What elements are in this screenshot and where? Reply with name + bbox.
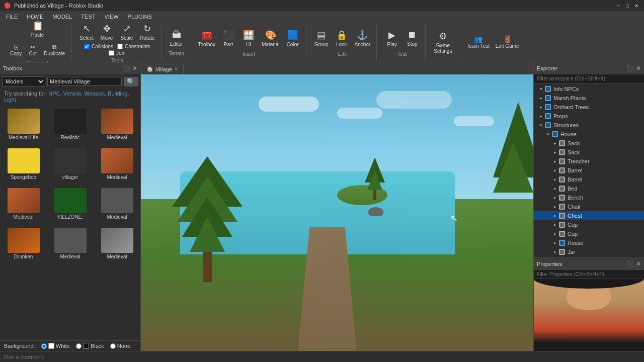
tree-arrow-4[interactable]: ▾ bbox=[538, 123, 544, 128]
menu-view[interactable]: VIEW bbox=[100, 13, 122, 21]
rotate-button[interactable]: ↻ Rotate bbox=[138, 21, 156, 43]
toolbox-item-5[interactable]: Medieval bbox=[96, 146, 138, 182]
toolbox-item-6[interactable]: Medieval bbox=[2, 186, 45, 222]
exit-game-button[interactable]: 🚪 Exit Game bbox=[494, 33, 521, 51]
tree-item-16[interactable]: ▸ Cup bbox=[534, 229, 644, 238]
close-button[interactable]: ✕ bbox=[633, 2, 640, 9]
tree-arrow-1[interactable]: ▸ bbox=[538, 96, 544, 101]
explorer-expand-icon[interactable]: ⬛ bbox=[626, 65, 634, 72]
properties-expand-icon[interactable]: ⬛ bbox=[626, 260, 634, 267]
tree-item-13[interactable]: ▸ Chair bbox=[534, 202, 644, 211]
suggest-building[interactable]: Building bbox=[108, 90, 127, 97]
minimize-button[interactable]: ─ bbox=[615, 2, 622, 9]
tree-arrow-15[interactable]: ▸ bbox=[552, 222, 558, 227]
tree-item-15[interactable]: ▸ Cup bbox=[534, 220, 644, 229]
tree-arrow-16[interactable]: ▸ bbox=[552, 231, 558, 236]
tree-arrow-2[interactable]: ▸ bbox=[538, 105, 544, 110]
command-input[interactable] bbox=[4, 354, 640, 360]
village-tab-close[interactable]: ✕ bbox=[174, 66, 178, 72]
tree-item-7[interactable]: ▸ Sack bbox=[534, 148, 644, 157]
tree-arrow-11[interactable]: ▸ bbox=[552, 186, 558, 191]
toolbox-button[interactable]: 🧰 Toolbox bbox=[196, 28, 217, 49]
tree-arrow-5[interactable]: ▾ bbox=[545, 132, 551, 137]
tree-arrow-3[interactable]: ▸ bbox=[538, 114, 544, 119]
select-button[interactable]: ↖ Select bbox=[77, 21, 96, 43]
toolbox-item-10[interactable]: Medieval bbox=[49, 226, 92, 261]
toolbox-item-3[interactable]: Spongebob bbox=[2, 146, 45, 182]
tree-arrow-10[interactable]: ▸ bbox=[552, 177, 558, 182]
menu-model[interactable]: MODEL bbox=[48, 13, 76, 21]
tree-item-17[interactable]: ▸ House bbox=[534, 238, 644, 247]
tree-item-6[interactable]: ▸ Sack bbox=[534, 139, 644, 148]
play-button[interactable]: ▶ Play bbox=[383, 28, 401, 49]
game-settings-button[interactable]: ⚙ Game Settings bbox=[432, 29, 454, 56]
toolbox-item-9[interactable]: Drunken bbox=[2, 226, 45, 261]
maximize-button[interactable]: □ bbox=[624, 2, 631, 9]
bg-black-option[interactable]: Black bbox=[76, 343, 104, 349]
tree-arrow-18[interactable]: ▸ bbox=[552, 249, 558, 254]
anchor-button[interactable]: ⚓ Anchor bbox=[353, 28, 373, 49]
toolbox-item-11[interactable]: Medieval bbox=[96, 226, 138, 261]
toolbox-item-4[interactable]: villager bbox=[49, 146, 92, 182]
tree-arrow-7[interactable]: ▸ bbox=[552, 150, 558, 155]
bg-none-option[interactable]: None bbox=[110, 343, 130, 349]
village-tab[interactable]: 🏠 Village ✕ bbox=[141, 64, 184, 74]
tree-arrow-17[interactable]: ▸ bbox=[552, 240, 558, 245]
collisions-checkbox[interactable]: Collisions bbox=[84, 44, 113, 49]
lock-button[interactable]: 🔒 Lock bbox=[333, 28, 351, 49]
duplicate-button[interactable]: ⧉ Duplicate bbox=[42, 42, 67, 58]
tree-arrow-6[interactable]: ▸ bbox=[552, 141, 558, 146]
toolbox-item-2[interactable]: Medieval bbox=[96, 107, 138, 142]
cut-button[interactable]: ✂ Cut bbox=[26, 42, 40, 58]
material-button[interactable]: 🎨 Material bbox=[260, 28, 282, 49]
bg-white-option[interactable]: White bbox=[41, 343, 70, 349]
tree-item-2[interactable]: ▸ Orchard Trees bbox=[534, 103, 644, 112]
tree-item-5[interactable]: ▾ House bbox=[534, 130, 644, 139]
tree-arrow-8[interactable]: ▸ bbox=[552, 159, 558, 164]
properties-close-button[interactable]: ✕ bbox=[636, 260, 641, 267]
toolbox-item-0[interactable]: Medieval Life bbox=[2, 107, 45, 142]
toolbox-item-8[interactable]: Medieval bbox=[96, 186, 138, 222]
tree-item-1[interactable]: ▸ Marsh Plants bbox=[534, 94, 644, 103]
tree-item-4[interactable]: ▾ Structures bbox=[534, 121, 644, 130]
move-button[interactable]: ✥ Move bbox=[98, 21, 116, 43]
toolbox-item-1[interactable]: Realistic bbox=[49, 107, 92, 142]
menu-test[interactable]: TEST bbox=[77, 13, 99, 21]
tree-arrow-14[interactable]: ▸ bbox=[552, 213, 558, 218]
toolbox-search-input[interactable] bbox=[47, 77, 122, 86]
suggest-light[interactable]: Light bbox=[4, 97, 16, 103]
scale-button[interactable]: ⤢ Scale bbox=[118, 21, 136, 43]
toolbox-close-button[interactable]: ✕ bbox=[132, 65, 137, 72]
tree-item-10[interactable]: ▸ Barrel bbox=[534, 175, 644, 184]
group-button[interactable]: ▤ Group bbox=[312, 28, 331, 49]
tree-item-9[interactable]: ▸ Barrel bbox=[534, 166, 644, 175]
constraints-checkbox[interactable]: Constraints bbox=[117, 44, 150, 49]
properties-search-input[interactable] bbox=[534, 270, 644, 279]
tree-item-0[interactable]: ▾ Info NPCs bbox=[534, 84, 644, 94]
paste-button[interactable]: 📋 Paste bbox=[29, 18, 47, 40]
tree-item-8[interactable]: ▸ Trencher bbox=[534, 157, 644, 166]
toolbox-search-button[interactable]: 🔍 bbox=[124, 77, 138, 86]
explorer-search-input[interactable] bbox=[534, 74, 644, 83]
team-test-button[interactable]: 👥 Team Test bbox=[464, 33, 491, 51]
suggest-weapon[interactable]: Weapon bbox=[84, 90, 105, 97]
toolbox-category-select[interactable]: Models Decals Audio Meshes Plugins bbox=[2, 76, 45, 86]
color-button[interactable]: 🟦 Color bbox=[284, 28, 302, 49]
toolbox-expand-icon[interactable]: ⬛ bbox=[123, 65, 130, 72]
stop-button[interactable]: ⏹ Stop bbox=[403, 28, 421, 49]
tree-item-14[interactable]: ▸ Chest bbox=[534, 211, 644, 220]
part-button[interactable]: ⬛ Part bbox=[219, 28, 237, 49]
suggest-vehicle[interactable]: Vehicle bbox=[63, 90, 81, 97]
viewport[interactable]: ↖ bbox=[141, 74, 533, 351]
menu-plugins[interactable]: PLUGINS bbox=[124, 13, 156, 21]
tree-item-11[interactable]: ▸ Bed bbox=[534, 184, 644, 193]
tree-arrow-0[interactable]: ▾ bbox=[538, 86, 544, 92]
copy-button[interactable]: ⎘ Copy bbox=[8, 42, 24, 58]
explorer-close-button[interactable]: ✕ bbox=[636, 65, 641, 72]
tree-arrow-13[interactable]: ▸ bbox=[552, 204, 558, 209]
toolbox-item-7[interactable]: KILLZONE: bbox=[49, 186, 92, 222]
tree-item-12[interactable]: ▸ Bench bbox=[534, 193, 644, 202]
tree-arrow-12[interactable]: ▸ bbox=[552, 195, 558, 200]
ui-button[interactable]: 🪟 UI bbox=[239, 28, 258, 49]
tree-item-3[interactable]: ▸ Props bbox=[534, 112, 644, 121]
